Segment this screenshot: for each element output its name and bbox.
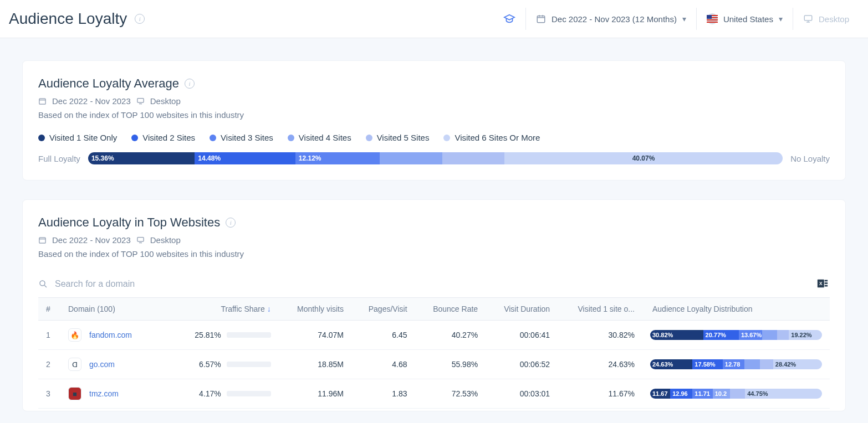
svg-rect-11 [137,238,144,242]
svg-rect-8 [39,99,45,104]
search-input[interactable] [55,279,277,289]
device-selector[interactable]: Desktop [793,8,859,30]
top-card-title-row: Audience Loyalty in Top Websites i [38,215,830,230]
col-duration[interactable]: Visit Duration [486,298,558,321]
date-range-label: Dec 2022 - Nov 2023 (12 Months) [552,14,677,24]
svg-point-12 [40,281,45,286]
desktop-icon [136,236,145,244]
svg-rect-17 [825,285,828,287]
cell-index: 2 [38,350,60,379]
top-card-meta: Dec 2022 - Nov 2023 Desktop [38,235,830,245]
table-row: 1 🔥 fandom.com 25.81% 74.07M 6.45 40.27%… [38,321,830,350]
cell-visited1: 24.63% [558,350,642,379]
education-icon[interactable] [493,8,525,30]
avg-card-title-row: Audience Loyalty Average i [38,76,830,91]
loyalty-table: # Domain (100) Traffic Share↓ Monthly vi… [38,297,830,409]
date-range-selector[interactable]: Dec 2022 - Nov 2023 (12 Months) ▾ [525,8,696,30]
table-row: 3 ■ tmz.com 4.17% 11.96M 1.83 72.53% 00:… [38,379,830,409]
legend-item[interactable]: Visited 1 Site Only [38,133,117,142]
header-left: Audience Loyalty i [9,10,145,28]
dist-segment: 11.67 [650,389,670,399]
loyalty-segment: 12.12% [295,152,380,164]
traffic-bar [227,391,271,396]
dist-segment: 12.78 [723,359,745,369]
calendar-icon [536,14,546,24]
col-pages[interactable]: Pages/Visit [351,298,415,321]
svg-rect-9 [137,99,144,103]
sort-desc-icon: ↓ [267,305,271,313]
col-bounce[interactable]: Bounce Rate [415,298,486,321]
cell-duration: 00:03:01 [486,379,558,409]
loyalty-average-card: Audience Loyalty Average i Dec 2022 - No… [22,60,846,180]
info-icon[interactable]: i [226,218,236,228]
col-domain[interactable]: Domain (100) [60,298,171,321]
legend-item[interactable]: Visited 2 Sites [131,133,195,142]
cell-visits: 74.07M [279,321,351,350]
col-visits[interactable]: Monthly visits [279,298,351,321]
domain-link[interactable]: fandom.com [89,331,132,339]
cell-duration: 00:06:41 [486,321,558,350]
loyalty-segment: 14.48% [195,152,295,164]
legend-dot [210,135,216,141]
legend-item[interactable]: Visited 5 Sites [366,133,430,142]
country-selector[interactable]: United States ▾ [696,8,793,30]
dist-bar: 30.82%20.77%13.67%19.22% [650,330,822,340]
cell-traffic: 6.57% [171,350,279,379]
dist-segment: 17.58% [692,359,722,369]
dist-bar: 24.63%17.58%12.7828.42% [650,359,822,369]
dist-segment [760,359,773,369]
avg-card-title: Audience Loyalty Average [38,76,179,91]
cell-bounce: 72.53% [415,379,486,409]
cell-domain: 🔥 fandom.com [60,321,171,350]
svg-rect-15 [825,280,828,282]
desktop-icon [803,14,813,24]
calendar-icon [38,97,47,105]
legend-item[interactable]: Visited 3 Sites [210,133,273,142]
full-loyalty-label: Full Loyalty [38,154,80,163]
legend-dot [366,135,372,141]
col-traffic[interactable]: Traffic Share↓ [171,298,279,321]
dist-segment: 20.77% [703,330,739,340]
legend-label: Visited 1 Site Only [49,133,117,142]
loyalty-segment: 15.36% [88,152,195,164]
legend-item[interactable]: Visited 6 Sites Or More [443,133,540,142]
legend-label: Visited 2 Sites [142,133,195,142]
domain-link[interactable]: tmz.com [89,389,119,398]
svg-rect-5 [707,22,718,23]
cell-pages: 1.83 [351,379,415,409]
avg-device: Desktop [150,96,181,106]
info-icon[interactable]: i [185,79,195,89]
export-excel-button[interactable]: X [816,277,830,291]
dist-segment: 28.42% [773,359,822,369]
avg-date: Dec 2022 - Nov 2023 [52,96,131,106]
col-dist[interactable]: Audience Loyalty Distribution [642,298,830,321]
cell-dist: 30.82%20.77%13.67%19.22% [642,321,830,350]
traffic-bar [227,362,271,367]
svg-rect-10 [39,238,45,243]
cell-dist: 24.63%17.58%12.7828.42% [642,350,830,379]
col-index[interactable]: # [38,298,60,321]
favicon: ᗡ [68,358,81,371]
cell-visited1: 11.67% [558,379,642,409]
cell-index: 3 [38,379,60,409]
legend-item[interactable]: Visited 4 Sites [288,133,351,142]
top-device: Desktop [150,235,181,245]
dist-segment: 12.96 [670,389,692,399]
avg-subtext: Based on the index of TOP 100 websites i… [38,110,830,120]
legend-label: Visited 3 Sites [221,133,273,142]
favicon: ■ [68,387,81,400]
col-visited1[interactable]: Visited 1 site o... [558,298,642,321]
cell-pages: 4.68 [351,350,415,379]
domain-link[interactable]: go.com [89,360,115,369]
chevron-down-icon: ▾ [682,14,686,23]
svg-rect-6 [707,15,712,19]
loyalty-segment [442,152,504,164]
cell-index: 1 [38,321,60,350]
info-icon[interactable]: i [135,14,145,24]
flag-us-icon [707,13,718,24]
svg-rect-0 [537,16,545,23]
no-loyalty-label: No Loyalty [790,154,830,163]
loyalty-bar-row: Full Loyalty 15.36%14.48%12.12%40.07% No… [38,152,830,164]
loyalty-segment [380,152,442,164]
legend: Visited 1 Site OnlyVisited 2 SitesVisite… [38,133,830,142]
